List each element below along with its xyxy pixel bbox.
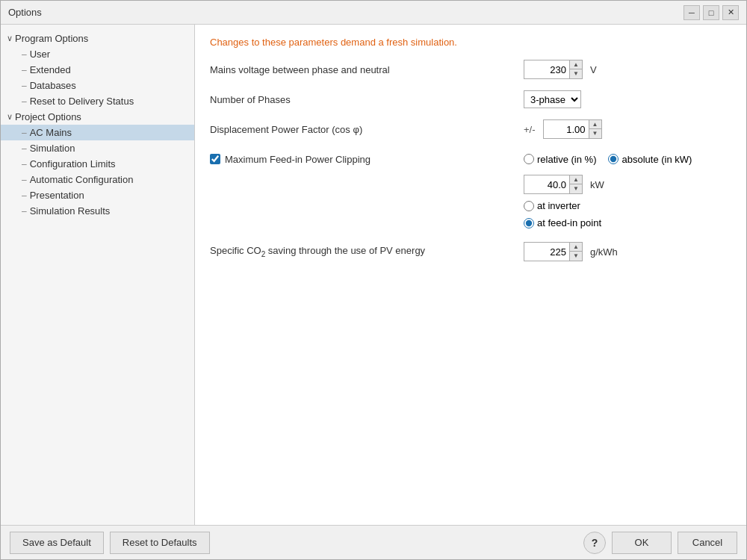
num-phases-select[interactable]: 1-phase 3-phase — [524, 90, 581, 108]
dash-icon: – — [22, 81, 27, 91]
window-controls: ─ □ ✕ — [684, 5, 739, 20]
save-default-button[interactable]: Save as Default — [10, 532, 104, 554]
sidebar-item-presentation[interactable]: – Presentation — [1, 187, 194, 203]
plusminus-label: +/- — [524, 124, 536, 135]
warning-text: Changes to these parameters demand a fre… — [210, 37, 731, 48]
simulation-label: Simulation — [30, 143, 75, 154]
footer: Save as Default Reset to Defaults ? OK C… — [1, 525, 746, 559]
at-inverter-radio-label[interactable]: at inverter — [524, 200, 731, 211]
clipping-input[interactable] — [524, 175, 569, 193]
at-inverter-label: at inverter — [537, 200, 580, 211]
displacement-pf-up[interactable]: ▲ — [589, 120, 601, 129]
displacement-pf-control: +/- ▲ ▼ — [524, 119, 602, 139]
dash-icon: – — [22, 159, 27, 169]
sidebar-item-databases[interactable]: – Databases — [1, 78, 194, 93]
extended-label: Extended — [30, 64, 71, 75]
sidebar-item-sim-results[interactable]: – Simulation Results — [1, 203, 194, 219]
reset-defaults-button[interactable]: Reset to Defaults — [110, 532, 210, 554]
main-panel: Changes to these parameters demand a fre… — [195, 25, 746, 525]
mains-voltage-down[interactable]: ▼ — [570, 69, 582, 78]
sidebar-item-reset-delivery[interactable]: – Reset to Delivery Status — [1, 93, 194, 109]
co2-spinbox-btns: ▲ ▼ — [569, 243, 582, 261]
co2-unit: g/kWh — [590, 246, 618, 258]
cancel-button[interactable]: Cancel — [678, 532, 737, 554]
clipping-spinbox[interactable]: ▲ ▼ — [524, 175, 583, 194]
co2-label: Specific CO2 saving through the use of P… — [210, 245, 524, 258]
clipping-spinbox-btns: ▲ ▼ — [569, 175, 582, 193]
mains-voltage-up[interactable]: ▲ — [570, 60, 582, 69]
co2-input[interactable] — [524, 243, 569, 261]
max-feedin-checkbox-label[interactable]: Maximum Feed-in Power Clipping — [210, 154, 524, 165]
absolute-radio-label[interactable]: absolute (in kW) — [608, 154, 692, 165]
displacement-pf-down[interactable]: ▼ — [589, 129, 601, 138]
num-phases-label: Number of Phases — [210, 94, 524, 105]
at-feedin-label: at feed-in point — [537, 217, 601, 228]
databases-label: Databases — [30, 80, 76, 91]
sidebar-item-config-limits[interactable]: – Configuration Limits — [1, 156, 194, 172]
footer-right: ? OK Cancel — [583, 532, 737, 554]
footer-left: Save as Default Reset to Defaults — [10, 532, 210, 554]
co2-down[interactable]: ▼ — [570, 252, 582, 261]
close-button[interactable]: ✕ — [722, 5, 739, 20]
clipping-value-row: ▲ ▼ kW — [524, 175, 731, 194]
mains-voltage-spinbox[interactable]: ▲ ▼ — [524, 60, 583, 79]
dash-icon: – — [22, 190, 27, 201]
dash-icon: – — [22, 143, 27, 154]
relative-label: relative (in %) — [537, 154, 596, 165]
mains-voltage-unit: V — [590, 64, 597, 75]
ok-button[interactable]: OK — [612, 532, 672, 554]
dash-icon: – — [22, 96, 27, 107]
co2-row: Specific CO2 saving through the use of P… — [210, 242, 731, 261]
sim-results-label: Simulation Results — [30, 205, 111, 217]
num-phases-row: Number of Phases 1-phase 3-phase — [210, 90, 731, 109]
project-options-label: Project Options — [15, 111, 81, 122]
mains-voltage-row: Mains voltage between phase and neutral … — [210, 60, 731, 79]
absolute-label: absolute (in kW) — [622, 154, 692, 165]
dash-icon: – — [22, 49, 27, 60]
reset-delivery-label: Reset to Delivery Status — [30, 96, 134, 107]
sidebar-item-project-options[interactable]: ∨ Project Options — [1, 109, 194, 125]
dash-icon: – — [22, 65, 27, 75]
clipping-up[interactable]: ▲ — [570, 175, 582, 184]
max-feedin-row: Maximum Feed-in Power Clipping relative … — [210, 149, 731, 169]
displacement-pf-input[interactable] — [544, 120, 589, 138]
sidebar-item-simulation[interactable]: – Simulation — [1, 140, 194, 156]
sidebar-item-user[interactable]: – User — [1, 46, 194, 62]
relative-radio-label[interactable]: relative (in %) — [524, 154, 596, 165]
ac-mains-label: AC Mains — [30, 127, 72, 138]
displacement-pf-spinbox[interactable]: ▲ ▼ — [543, 119, 602, 139]
dash-icon: – — [22, 128, 27, 138]
absolute-radio[interactable] — [608, 154, 619, 164]
help-button[interactable]: ? — [583, 532, 606, 554]
sidebar-item-extended[interactable]: – Extended — [1, 62, 194, 78]
co2-spinbox[interactable]: ▲ ▼ — [524, 242, 583, 261]
minimize-button[interactable]: ─ — [684, 5, 700, 20]
at-feedin-radio-label[interactable]: at feed-in point — [524, 217, 731, 228]
dash-icon: – — [22, 175, 27, 185]
sidebar: ∨ Program Options – User – Extended – Da… — [1, 25, 195, 525]
co2-up[interactable]: ▲ — [570, 243, 582, 252]
displacement-pf-label: Displacement Power Factor (cos φ) — [210, 124, 524, 135]
window-title: Options — [8, 7, 42, 18]
at-feedin-radio[interactable] — [524, 218, 534, 228]
feedin-type-radios: relative (in %) absolute (in kW) — [524, 154, 692, 165]
relative-radio[interactable] — [524, 154, 534, 164]
co2-control: ▲ ▼ g/kWh — [524, 242, 618, 261]
user-label: User — [30, 49, 50, 60]
max-feedin-text: Maximum Feed-in Power Clipping — [225, 154, 371, 165]
sidebar-item-ac-mains[interactable]: – AC Mains — [1, 125, 194, 140]
displacement-pf-spinbox-btns: ▲ ▼ — [589, 120, 601, 138]
clipping-down[interactable]: ▼ — [570, 184, 582, 193]
expand-icon: ∨ — [7, 112, 13, 122]
feedin-radio-group: relative (in %) absolute (in kW) — [524, 154, 692, 165]
clipping-location-radios: at inverter at feed-in point — [524, 200, 731, 228]
clipping-extra: ▲ ▼ kW at inverter at feed-in point — [524, 175, 731, 228]
expand-icon: ∨ — [7, 34, 13, 43]
at-inverter-radio[interactable] — [524, 201, 534, 211]
mains-voltage-input[interactable] — [524, 60, 569, 78]
max-feedin-checkbox[interactable] — [210, 154, 220, 164]
mains-voltage-spinbox-btns: ▲ ▼ — [569, 60, 582, 78]
sidebar-item-program-options[interactable]: ∨ Program Options — [1, 31, 194, 46]
maximize-button[interactable]: □ — [703, 5, 719, 20]
sidebar-item-auto-config[interactable]: – Automatic Configuration — [1, 172, 194, 187]
